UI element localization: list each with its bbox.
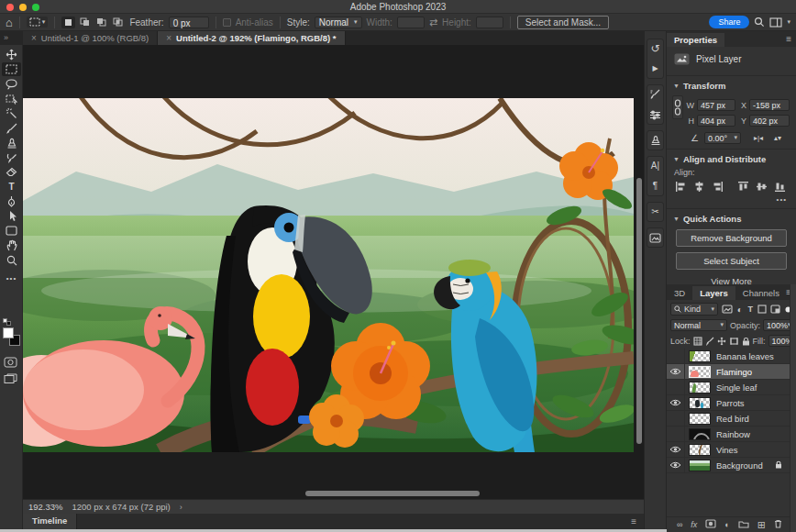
add-to-selection-button[interactable]: [78, 17, 92, 28]
quick-mask-icon[interactable]: [4, 357, 17, 370]
libraries-panel-icon[interactable]: [648, 231, 663, 244]
visibility-toggle[interactable]: [667, 411, 685, 427]
type-tool[interactable]: T: [2, 180, 21, 194]
rotation-input[interactable]: 0.00°▾: [704, 132, 741, 144]
screen-mode-icon[interactable]: [4, 373, 17, 386]
share-button[interactable]: Share: [709, 16, 749, 28]
height-input[interactable]: [476, 17, 503, 28]
layer-thumbnail[interactable]: [689, 444, 711, 456]
select-and-mask-button[interactable]: Select and Mask...: [517, 16, 609, 29]
subtract-from-selection-button[interactable]: [94, 17, 108, 28]
layer-thumbnail[interactable]: [689, 428, 711, 440]
history-panel-icon[interactable]: ↺: [648, 42, 663, 55]
workspace-switcher-icon[interactable]: [769, 17, 782, 28]
delete-layer-icon[interactable]: [774, 519, 782, 530]
close-tab-icon[interactable]: ×: [166, 33, 171, 43]
transform-section-header[interactable]: ▼Transform: [667, 81, 796, 91]
chevron-down-icon[interactable]: ▾: [787, 18, 790, 26]
eraser-tool[interactable]: [2, 165, 21, 179]
blend-mode-select[interactable]: Normal▾: [670, 319, 727, 331]
tab-timeline[interactable]: Timeline: [23, 514, 77, 529]
filter-pixel-icon[interactable]: [722, 304, 733, 315]
tab-layers[interactable]: Layers: [692, 286, 735, 300]
link-dimensions-icon[interactable]: [672, 95, 683, 119]
eye-icon[interactable]: [667, 458, 685, 473]
tool-preset-picker[interactable]: ▾: [27, 17, 49, 28]
character-panel-icon[interactable]: A|: [648, 160, 663, 172]
rectangle-shape-tool[interactable]: [2, 224, 21, 238]
timeline-menu-icon[interactable]: ≡: [631, 516, 636, 526]
home-icon[interactable]: ⌂: [6, 17, 13, 28]
scissors-panel-icon[interactable]: ✂: [648, 205, 663, 218]
height-value-input[interactable]: 404 px: [697, 115, 735, 127]
y-value-input[interactable]: 402 px: [749, 115, 790, 127]
quick-actions-header[interactable]: ▼Quick Actions: [667, 214, 796, 224]
layer-mask-icon[interactable]: [705, 519, 716, 530]
kind-filter-select[interactable]: Kind ▾: [670, 303, 718, 316]
status-chevron-icon[interactable]: ›: [180, 503, 182, 512]
swap-dimensions-icon[interactable]: ⇄: [429, 17, 437, 28]
new-group-icon[interactable]: [738, 520, 749, 530]
move-tool[interactable]: [2, 48, 21, 61]
layers-scrollbar[interactable]: [790, 284, 796, 532]
align-right-icon[interactable]: [713, 182, 723, 192]
layer-row-rainbow[interactable]: Rainbow: [667, 427, 790, 442]
clone-stamp-tool[interactable]: [2, 136, 21, 150]
anti-alias-checkbox[interactable]: [223, 18, 231, 27]
edit-toolbar-icon[interactable]: •••: [2, 272, 21, 285]
layer-row-flamingo[interactable]: Flamingo: [667, 364, 790, 380]
lock-transparency-icon[interactable]: [693, 336, 702, 347]
align-left-icon[interactable]: [676, 182, 686, 192]
lasso-tool[interactable]: [2, 77, 21, 91]
hand-tool[interactable]: [2, 238, 21, 252]
eye-icon[interactable]: [667, 395, 685, 411]
history-brush-tool[interactable]: [2, 150, 21, 164]
layer-row-banana-leaves[interactable]: Banana leaves: [667, 349, 790, 364]
new-layer-icon[interactable]: ⊞: [757, 520, 766, 530]
rectangular-marquee-tool[interactable]: [2, 62, 21, 76]
lock-pixels-icon[interactable]: [705, 336, 714, 347]
filter-adjustment-icon[interactable]: ◐: [736, 304, 744, 315]
visibility-toggle[interactable]: [667, 380, 685, 395]
tab-channels[interactable]: Channels: [735, 286, 787, 300]
select-subject-button[interactable]: Select Subject: [676, 252, 787, 270]
align-top-icon[interactable]: [738, 182, 748, 192]
zoom-level[interactable]: 192.33%: [28, 502, 63, 512]
clone-source-panel-icon[interactable]: [648, 134, 663, 147]
width-value-input[interactable]: 457 px: [697, 99, 735, 111]
layer-thumbnail[interactable]: [689, 460, 711, 471]
close-tab-icon[interactable]: ×: [31, 33, 37, 43]
path-selection-tool[interactable]: [2, 209, 21, 223]
visibility-toggle[interactable]: [667, 349, 685, 364]
zoom-tool[interactable]: [2, 253, 21, 267]
eye-icon[interactable]: [667, 442, 685, 458]
flip-vertical-icon[interactable]: ▴▾: [774, 134, 781, 142]
layer-effects-icon[interactable]: fx: [691, 521, 697, 529]
layer-thumbnail[interactable]: [689, 382, 711, 393]
adjustment-layer-icon[interactable]: ◐: [724, 521, 729, 529]
lock-position-icon[interactable]: [717, 336, 726, 347]
align-bottom-icon[interactable]: [775, 182, 785, 192]
vertical-scrollbar[interactable]: [636, 178, 642, 444]
layer-row-single-leaf[interactable]: Single leaf: [667, 380, 790, 395]
opacity-input[interactable]: 100%▾: [763, 319, 792, 331]
flip-horizontal-icon[interactable]: ▸|◂: [754, 134, 763, 142]
horizontal-scrollbar[interactable]: [305, 491, 480, 496]
layer-row-vines[interactable]: Vines: [667, 442, 790, 458]
width-input[interactable]: [397, 17, 425, 28]
layer-thumbnail[interactable]: [689, 397, 711, 409]
magic-wand-tool[interactable]: [2, 106, 21, 120]
intersect-selection-button[interactable]: [111, 17, 125, 28]
foreground-color-swatch[interactable]: [3, 327, 14, 338]
tab-properties[interactable]: Properties: [667, 33, 724, 47]
remove-background-button[interactable]: Remove Background: [676, 229, 787, 247]
doc-tab-untitled-2[interactable]: × Untitled-2 @ 192% (Flamingo, RGB/8) *: [158, 31, 345, 45]
align-section-header[interactable]: ▼Align and Distribute: [667, 154, 796, 164]
brush-settings-panel-icon[interactable]: [648, 88, 663, 101]
layer-thumbnail[interactable]: [689, 366, 711, 378]
lock-all-icon[interactable]: [742, 336, 750, 347]
filter-shape-icon[interactable]: [757, 304, 767, 315]
canvas-area[interactable]: [23, 45, 644, 499]
feather-input[interactable]: 0 px: [169, 17, 209, 28]
filter-type-icon[interactable]: T: [747, 304, 755, 315]
